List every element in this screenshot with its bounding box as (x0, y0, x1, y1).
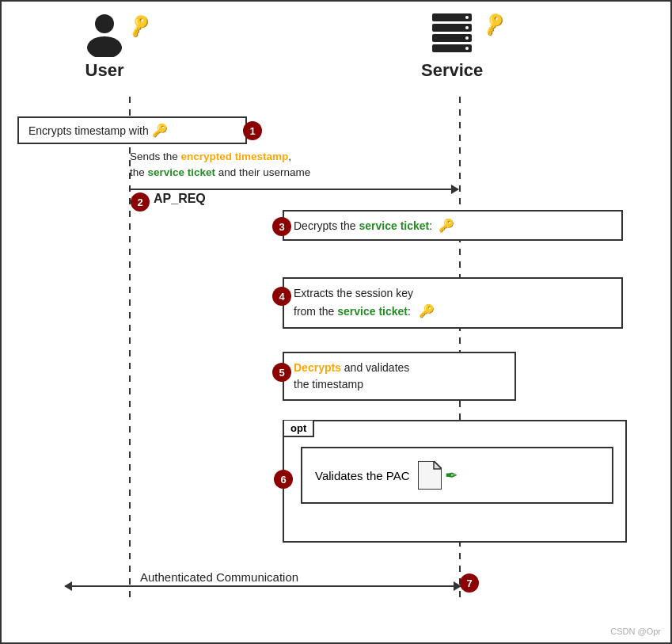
svg-point-0 (95, 14, 114, 33)
watermark: CSDN @Opr (610, 627, 661, 636)
step7-circle: 7 (460, 574, 479, 593)
doc-pen-icon: ✒ (418, 461, 458, 490)
step4-circle: 4 (272, 287, 291, 306)
step2-apreq-label: AP_REQ (154, 192, 206, 206)
yellow-key-icon: 🔑 (152, 124, 168, 137)
step2-service-ticket-text: service ticket (148, 166, 216, 178)
step1-text: Encrypts timestamp with (28, 124, 152, 137)
user-label: User (85, 60, 124, 81)
step2-arrow (130, 189, 458, 190)
step5-circle: 5 (272, 363, 291, 382)
svg-point-9 (465, 47, 469, 50)
actor-service: 🔑 Service (421, 10, 483, 81)
step2-encrypted-text: encrypted timestamp (181, 151, 289, 162)
step3-box: Decrypts the service ticket: 🔑 (283, 210, 623, 241)
validates-pac-text: Validates the PAC (315, 469, 410, 482)
svg-marker-11 (434, 461, 442, 469)
step5-box: Decrypts and validatesthe timestamp (283, 352, 516, 401)
validates-pac-box: Validates the PAC ✒ (301, 447, 613, 504)
step2-label: Sends the encrypted timestamp, the servi… (130, 149, 310, 181)
user-icon-group: 🔑 (81, 10, 128, 57)
step6-circle: 6 (274, 470, 293, 489)
server-icon (424, 10, 480, 57)
actor-user: 🔑 User (81, 10, 128, 81)
service-icon-group: 🔑 (424, 10, 480, 57)
step2-circle: 2 (131, 192, 150, 211)
opt-label: opt (284, 421, 314, 437)
step4-box: Extracts the session keyfrom the service… (283, 277, 623, 329)
diagram: 🔑 User 🔑 Service Encrypts timest (0, 0, 672, 644)
red-key-icon: 🔑 (126, 13, 153, 40)
svg-point-1 (87, 36, 122, 57)
green-key-icon: 🔑 (481, 11, 508, 38)
service-label: Service (421, 60, 483, 81)
step1-box: Encrypts timestamp with 🔑 (17, 116, 247, 144)
step3-circle: 3 (272, 217, 291, 236)
step5-decrypts-text: Decrypts (294, 361, 341, 374)
auth-comm-label: Authenticated Communication (140, 570, 298, 584)
auth-comm-arrow (65, 585, 461, 587)
step3-key-icon: 🔑 (439, 219, 454, 232)
pen-icon: ✒ (445, 466, 458, 485)
step3-text: Decrypts the service ticket: (294, 219, 432, 232)
step4-key-icon: 🔑 (419, 304, 435, 318)
svg-point-6 (465, 16, 469, 19)
person-icon (81, 10, 128, 57)
step1-circle: 1 (243, 121, 262, 140)
svg-point-8 (465, 36, 469, 40)
step4-text: Extracts the session keyfrom the service… (294, 287, 413, 318)
document-icon (418, 461, 442, 490)
svg-point-7 (465, 26, 469, 29)
